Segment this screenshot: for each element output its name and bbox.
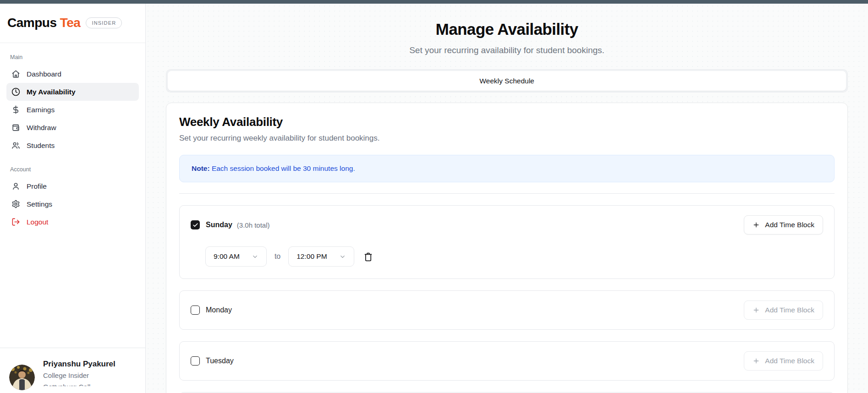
trash-icon xyxy=(363,252,373,262)
brand-name-accent: Tea xyxy=(60,16,81,30)
add-time-block-button-tuesday[interactable]: Add Time Block xyxy=(744,351,823,371)
note-label: Note: xyxy=(192,164,210,172)
user-meta: Priyanshu Pyakurel College Insider Getty… xyxy=(43,358,116,390)
day-head: Tuesday Add Time Block xyxy=(191,351,823,371)
main-content: Manage Availability Set your recurring a… xyxy=(146,4,868,393)
page-subtitle: Set your recurring availability for stud… xyxy=(166,45,848,55)
gear-icon xyxy=(11,200,20,208)
insider-badge: INSIDER xyxy=(86,17,122,28)
page-title: Manage Availability xyxy=(166,20,848,38)
sidebar-item-label: My Availability xyxy=(27,88,76,96)
brand: Campus Tea INSIDER xyxy=(0,4,145,43)
sidebar-item-withdraw[interactable]: Withdraw xyxy=(6,119,139,136)
weekly-availability-card: Weekly Availability Set your recurring w… xyxy=(166,103,848,393)
sidebar-item-label: Profile xyxy=(27,182,47,191)
logout-icon xyxy=(11,218,20,226)
chevron-down-icon xyxy=(339,253,346,260)
brand-name: Campus Tea xyxy=(7,16,80,30)
day-name: Tuesday xyxy=(206,357,234,365)
sidebar-item-label: Withdraw xyxy=(27,124,56,132)
section-divider xyxy=(179,193,835,194)
add-time-block-button-sunday[interactable]: Add Time Block xyxy=(744,215,823,235)
start-time-select[interactable]: 9:00 AM xyxy=(205,246,267,267)
add-time-block-label: Add Time Block xyxy=(765,221,814,229)
sidebar-item-logout[interactable]: Logout xyxy=(6,213,139,231)
day-row-sunday: Sunday (3.0h total) Add Time Block 9:00 … xyxy=(179,205,835,279)
sidebar-item-label: Dashboard xyxy=(27,70,61,78)
sidebar-item-my-availability[interactable]: My Availability xyxy=(6,83,139,101)
day-name: Monday xyxy=(206,306,232,314)
day-checkbox-tuesday[interactable] xyxy=(191,356,200,366)
plus-icon xyxy=(753,357,760,365)
day-head: Monday Add Time Block xyxy=(191,300,823,320)
wallet-icon xyxy=(11,123,20,132)
sidebar: Campus Tea INSIDER Main Dashboard My Ava… xyxy=(0,4,146,393)
check-icon xyxy=(192,222,198,228)
card-title: Weekly Availability xyxy=(179,115,835,129)
day-row-tuesday: Tuesday Add Time Block xyxy=(179,341,835,381)
nav-section-label-account: Account xyxy=(10,166,135,173)
sidebar-user-card[interactable]: Priyanshu Pyakurel College Insider Getty… xyxy=(0,348,145,393)
sidebar-item-label: Students xyxy=(27,142,55,150)
user-icon xyxy=(11,182,20,191)
note-text: Each session booked will be 30 minutes l… xyxy=(210,164,355,172)
plus-icon xyxy=(753,306,760,314)
clock-icon xyxy=(11,87,20,96)
add-time-block-label: Add Time Block xyxy=(765,306,814,314)
day-name: Sunday xyxy=(206,221,232,229)
sidebar-item-students[interactable]: Students xyxy=(6,136,139,154)
delete-time-block-button[interactable] xyxy=(363,252,373,262)
sidebar-item-label: Logout xyxy=(27,218,48,226)
tab-weekly-schedule[interactable]: Weekly Schedule xyxy=(168,71,846,91)
sidebar-item-settings[interactable]: Settings xyxy=(6,195,139,213)
session-note-banner: Note: Each session booked will be 30 min… xyxy=(179,155,835,182)
sidebar-item-label: Earnings xyxy=(27,106,55,114)
user-name: Priyanshu Pyakurel xyxy=(43,358,116,370)
day-head: Sunday (3.0h total) Add Time Block xyxy=(191,215,823,235)
sidebar-item-label: Settings xyxy=(27,200,52,208)
end-time-select[interactable]: 12:00 PM xyxy=(288,246,354,267)
chevron-down-icon xyxy=(252,253,258,260)
sidebar-nav: Main Dashboard My Availability Earnings … xyxy=(0,43,145,231)
sidebar-item-dashboard[interactable]: Dashboard xyxy=(6,65,139,83)
card-subtitle: Set your recurring weekly availability f… xyxy=(179,134,835,143)
brand-name-primary: Campus xyxy=(7,16,56,30)
day-checkbox-monday[interactable] xyxy=(191,306,200,315)
user-org-clipped: Gettysburg Coll xyxy=(43,383,116,386)
start-time-value: 9:00 AM xyxy=(214,252,240,261)
app-layout: Campus Tea INSIDER Main Dashboard My Ava… xyxy=(0,4,868,393)
browser-top-strip xyxy=(0,0,868,4)
avatar xyxy=(9,365,35,390)
day-checkbox-sunday[interactable] xyxy=(191,220,200,229)
users-icon xyxy=(11,141,20,150)
time-block-row: 9:00 AM to 12:00 PM xyxy=(205,246,823,267)
schedule-tabs: Weekly Schedule xyxy=(166,69,848,93)
add-time-block-button-monday[interactable]: Add Time Block xyxy=(744,300,823,320)
add-time-block-label: Add Time Block xyxy=(765,357,814,365)
sidebar-item-profile[interactable]: Profile xyxy=(6,177,139,195)
to-label: to xyxy=(275,252,280,261)
sidebar-item-earnings[interactable]: Earnings xyxy=(6,101,139,119)
day-row-monday: Monday Add Time Block xyxy=(179,290,835,330)
home-icon xyxy=(11,70,20,78)
day-total-hours: (3.0h total) xyxy=(237,221,270,229)
end-time-value: 12:00 PM xyxy=(297,252,327,261)
nav-section-label-main: Main xyxy=(10,54,135,60)
dollar-icon xyxy=(11,105,20,114)
user-role: College Insider xyxy=(43,371,116,379)
plus-icon xyxy=(753,221,760,229)
